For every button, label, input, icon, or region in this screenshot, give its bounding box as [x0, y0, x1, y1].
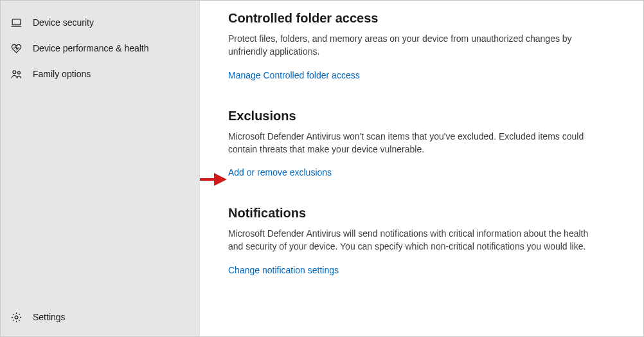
- app-layout: Device security Device performance & hea…: [1, 1, 643, 336]
- sidebar-item-label: Device security: [33, 17, 94, 28]
- section-notifications: Notifications Microsoft Defender Antivir…: [228, 206, 601, 275]
- svg-point-2: [12, 70, 15, 73]
- section-exclusions: Exclusions Microsoft Defender Antivirus …: [228, 109, 601, 178]
- section-body: Microsoft Defender Antivirus won't scan …: [228, 130, 601, 156]
- link-add-or-remove-exclusions[interactable]: Add or remove exclusions: [228, 167, 332, 178]
- gear-icon: [10, 311, 22, 323]
- section-title: Exclusions: [228, 109, 601, 123]
- sidebar-item-label: Family options: [33, 69, 91, 79]
- section-title: Controlled folder access: [228, 11, 601, 26]
- sidebar-item-device-performance-health[interactable]: Device performance & health: [1, 35, 199, 61]
- sidebar: Device security Device performance & hea…: [1, 1, 200, 336]
- sidebar-item-family-options[interactable]: Family options: [1, 61, 199, 87]
- laptop-icon: [10, 16, 22, 29]
- sidebar-item-label: Device performance & health: [33, 43, 149, 53]
- svg-marker-6: [214, 173, 227, 186]
- annotation-arrow: [200, 168, 228, 191]
- svg-rect-0: [12, 19, 21, 24]
- heart-icon: [10, 42, 22, 55]
- section-title: Notifications: [228, 206, 601, 221]
- section-body: Protect files, folders, and memory areas…: [228, 32, 601, 59]
- sidebar-bottom: Settings: [1, 304, 199, 336]
- link-manage-controlled-folder-access[interactable]: Manage Controlled folder access: [228, 70, 360, 80]
- sidebar-item-settings[interactable]: Settings: [1, 304, 199, 330]
- section-body: Microsoft Defender Antivirus will send n…: [228, 227, 601, 253]
- svg-point-3: [17, 71, 20, 74]
- family-icon: [10, 68, 22, 80]
- svg-point-4: [15, 316, 18, 319]
- sidebar-top: Device security Device performance & hea…: [1, 1, 199, 304]
- section-controlled-folder-access: Controlled folder access Protect files, …: [228, 11, 601, 80]
- link-change-notification-settings[interactable]: Change notification settings: [228, 265, 339, 275]
- sidebar-item-label: Settings: [33, 312, 66, 322]
- sidebar-item-device-security[interactable]: Device security: [1, 10, 199, 35]
- main-content: Controlled folder access Protect files, …: [200, 1, 643, 336]
